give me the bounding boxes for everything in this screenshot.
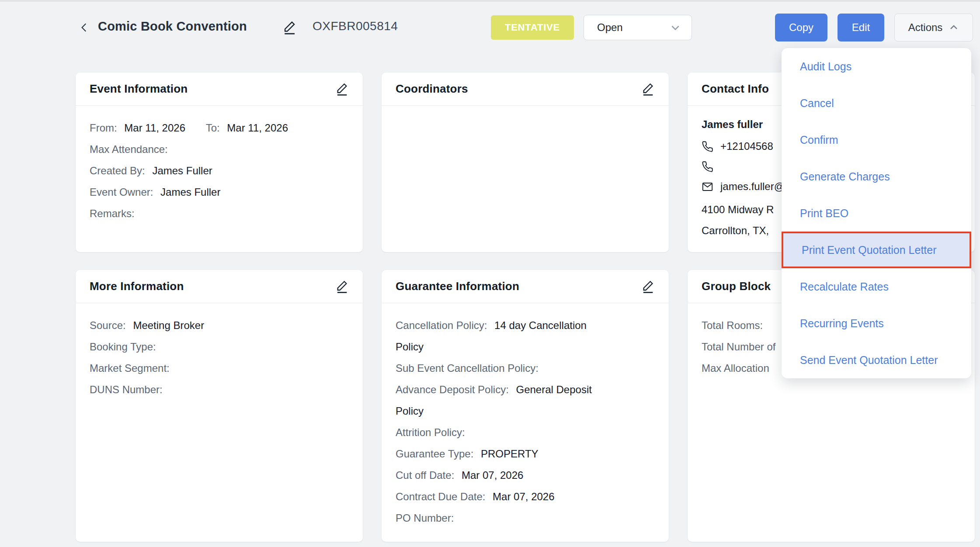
page-header: Comic Book Convention OXFBR005814 TENTAT… xyxy=(0,13,980,44)
field-label: Cancellation Policy: xyxy=(396,319,487,331)
card-title: More Information xyxy=(90,280,184,293)
contact-email: james.fuller@ xyxy=(720,180,785,193)
field-row: Event Owner: James Fuller xyxy=(90,181,349,203)
chevron-left-icon xyxy=(79,21,90,36)
field-row: Cancellation Policy: 14 day Cancellation… xyxy=(396,315,601,357)
field-row: Guarantee Type: PROPERTY xyxy=(396,443,601,464)
field-row: Booking Type: xyxy=(90,336,349,357)
more-information-body: Source: Meeting Broker Booking Type: Mar… xyxy=(76,303,363,400)
event-detail-page: Comic Book Convention OXFBR005814 TENTAT… xyxy=(0,0,980,547)
field-label: Cut off Date: xyxy=(396,469,454,481)
pencil-icon[interactable] xyxy=(641,81,656,98)
card-title: Coordinators xyxy=(396,82,468,96)
coordinators-header: Coordinators xyxy=(382,73,669,106)
more-information-header: More Information xyxy=(76,270,363,303)
booking-reference: OXFBR005814 xyxy=(313,19,398,33)
field-row: Max Attendance: xyxy=(90,138,349,160)
menu-item-print-event-quotation-letter[interactable]: Print Event Quotation Letter xyxy=(782,232,971,268)
contact-phone: +12104568 xyxy=(720,140,773,152)
field-label: Total Number of xyxy=(702,341,775,353)
coordinators-card: Coordinators xyxy=(382,73,669,252)
menu-item-send-event-quotation-letter[interactable]: Send Event Quotation Letter xyxy=(782,342,971,378)
event-information-header: Event Information xyxy=(76,73,363,106)
field-value: Meeting Broker xyxy=(133,319,204,331)
field-value: Mar 11, 2026 xyxy=(227,122,288,134)
field-row: From: Mar 11, 2026 To: Mar 11, 2026 xyxy=(90,117,349,138)
menu-item-cancel[interactable]: Cancel xyxy=(782,85,971,121)
chevron-up-icon xyxy=(949,22,959,33)
back-button[interactable] xyxy=(79,21,92,36)
menu-item-generate-charges[interactable]: Generate Charges xyxy=(782,158,971,195)
field-label: Event Owner: xyxy=(90,186,153,198)
phone-icon xyxy=(702,141,713,152)
status-select[interactable]: Open xyxy=(584,15,692,40)
menu-item-confirm[interactable]: Confirm xyxy=(782,121,971,158)
field-row: Attrition Policy: xyxy=(396,422,601,443)
actions-dropdown-menu: Audit Logs Cancel Confirm Generate Charg… xyxy=(782,48,971,378)
field-row: Sub Event Cancellation Policy: xyxy=(396,357,601,379)
field-row: Created By: James Fuller xyxy=(90,160,349,181)
chevron-down-icon xyxy=(670,22,681,33)
field-row: Market Segment: xyxy=(90,357,349,379)
field-label: Attrition Policy: xyxy=(396,426,465,438)
guarantee-information-card: Guarantee Information Cancellation Polic… xyxy=(382,270,669,542)
guarantee-information-body: Cancellation Policy: 14 day Cancellation… xyxy=(382,303,669,529)
field-label: Created By: xyxy=(90,165,145,177)
card-title: Group Block xyxy=(702,280,771,293)
copy-button[interactable]: Copy xyxy=(775,14,827,42)
pencil-icon[interactable] xyxy=(641,279,656,295)
menu-item-recalculate-rates[interactable]: Recalculate Rates xyxy=(782,268,971,305)
field-value: Mar 07, 2026 xyxy=(462,469,523,481)
menu-item-recurring-events[interactable]: Recurring Events xyxy=(782,305,971,342)
field-row: DUNS Number: xyxy=(90,379,349,400)
pencil-icon xyxy=(282,30,297,37)
field-value: PROPERTY xyxy=(481,448,539,460)
phone-icon xyxy=(702,161,713,173)
field-label: Sub Event Cancellation Policy: xyxy=(396,362,539,374)
pencil-icon[interactable] xyxy=(335,81,350,98)
field-label: Source: xyxy=(90,319,126,331)
title-edit-button[interactable] xyxy=(282,19,298,37)
menu-item-audit-logs[interactable]: Audit Logs xyxy=(782,48,971,85)
field-label: Max Attendance: xyxy=(90,143,168,155)
guarantee-information-header: Guarantee Information xyxy=(382,270,669,303)
field-row: Contract Due Date: Mar 07, 2026 xyxy=(396,486,601,507)
field-label: Market Segment: xyxy=(90,362,170,374)
field-row: PO Number: xyxy=(396,507,601,529)
field-row: Source: Meeting Broker xyxy=(90,315,349,336)
actions-button[interactable]: Actions xyxy=(894,14,973,42)
field-row: Advance Deposit Policy: General Deposit … xyxy=(396,379,601,422)
status-select-value: Open xyxy=(597,21,670,34)
card-title: Guarantee Information xyxy=(396,280,519,293)
mail-icon xyxy=(702,181,713,193)
field-label: Total Rooms: xyxy=(702,319,763,331)
field-label: DUNS Number: xyxy=(90,384,163,395)
field-label: Booking Type: xyxy=(90,341,156,353)
field-label: Guarantee Type: xyxy=(396,448,473,460)
coordinators-body xyxy=(382,106,669,117)
pencil-icon[interactable] xyxy=(335,279,350,295)
field-label: Remarks: xyxy=(90,208,135,219)
more-information-card: More Information Source: Meeting Broker … xyxy=(76,270,363,542)
actions-button-label: Actions xyxy=(908,21,943,34)
field-label: Max Allocation xyxy=(702,362,769,374)
event-information-body: From: Mar 11, 2026 To: Mar 11, 2026 Max … xyxy=(76,106,363,224)
field-value: James Fuller xyxy=(160,186,220,198)
field-value: Mar 07, 2026 xyxy=(493,491,554,502)
field-label: To: xyxy=(206,122,220,134)
page-title: Comic Book Convention xyxy=(98,19,247,34)
field-label: From: xyxy=(90,122,117,134)
status-badge: TENTATIVE xyxy=(491,15,574,40)
edit-button[interactable]: Edit xyxy=(838,14,884,42)
field-label: Advance Deposit Policy: xyxy=(396,384,509,395)
menu-item-print-beo[interactable]: Print BEO xyxy=(782,195,971,232)
event-information-card: Event Information From: Mar 11, 2026 To:… xyxy=(76,73,363,252)
card-title: Contact Info xyxy=(702,82,769,96)
field-label: Contract Due Date: xyxy=(396,491,485,502)
card-title: Event Information xyxy=(90,82,188,96)
field-value: James Fuller xyxy=(152,165,212,177)
field-row: Cut off Date: Mar 07, 2026 xyxy=(396,464,601,486)
field-label: PO Number: xyxy=(396,512,454,524)
field-value: Mar 11, 2026 xyxy=(124,122,185,134)
field-row: Remarks: xyxy=(90,203,349,224)
